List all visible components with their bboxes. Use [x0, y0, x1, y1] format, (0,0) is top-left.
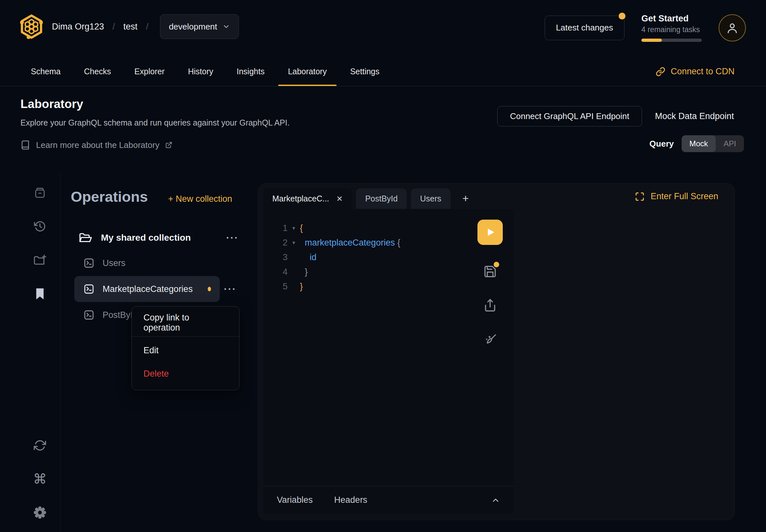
unsaved-changes-dot	[494, 262, 499, 267]
get-started-title: Get Started	[641, 14, 702, 23]
code-line[interactable]: 4 }	[263, 265, 514, 279]
connect-to-cdn-link[interactable]: Connect to CDN	[656, 57, 735, 86]
fold-arrow-icon[interactable]: ▾	[287, 225, 300, 232]
editor-toolbar	[478, 220, 503, 346]
new-tab-button[interactable]: +	[463, 192, 469, 205]
laboratory-page: Dima Org123 / test / development Latest …	[0, 0, 766, 532]
editor-tab-marketplacec[interactable]: MarketplaceC...✕	[263, 188, 352, 209]
laboratory-heading: Laboratory Explore your GraphQL schema a…	[20, 97, 289, 127]
operation-menu-ellipsis[interactable]	[224, 276, 235, 302]
query-mode-mock[interactable]: Mock	[682, 135, 716, 152]
latest-changes-button[interactable]: Latest changes	[545, 16, 625, 40]
primary-tabs: SchemaChecksExplorerHistoryInsightsLabor…	[31, 57, 379, 86]
get-started-progressbar	[641, 39, 702, 42]
operation-editor: MarketplaceC...✕PostByIdUsers+ 1▾{2▾ mar…	[263, 188, 514, 514]
context-menu-item-delete[interactable]: Delete	[132, 365, 239, 382]
code-line[interactable]: 5}	[263, 279, 514, 294]
new-collection-folder-icon[interactable]	[33, 254, 46, 267]
tab-laboratory[interactable]: Laboratory	[288, 57, 327, 86]
external-link-icon	[165, 141, 172, 149]
user-avatar[interactable]	[719, 14, 746, 42]
tab-schema[interactable]: Schema	[31, 57, 61, 86]
code-line[interactable]: 3 id	[263, 250, 514, 265]
query-mode-row: Query MockAPI	[650, 135, 744, 152]
mock-data-endpoint-label[interactable]: Mock Data Endpoint	[655, 111, 734, 121]
collapse-panel-chevron-icon[interactable]	[491, 496, 500, 505]
code-editor[interactable]: 1▾{2▾ marketplaceCategories {3 id4 }5}	[263, 209, 514, 486]
save-operation-button[interactable]	[483, 264, 497, 279]
folder-open-icon	[78, 231, 92, 244]
line-number: 4	[263, 267, 287, 277]
command-icon[interactable]: ⌘	[33, 473, 46, 486]
get-started-widget[interactable]: Get Started 4 remaining tasks	[641, 14, 702, 42]
operation-label: Users	[103, 258, 126, 268]
variables-tab[interactable]: Variables	[277, 495, 313, 505]
tab-insights[interactable]: Insights	[237, 57, 264, 86]
operation-context-menu: Copy link to operationEditDelete	[131, 306, 239, 390]
app-header: Dima Org123 / test / development Latest …	[0, 0, 766, 57]
target-selector-value: development	[169, 22, 217, 32]
editor-tab-users[interactable]: Users	[411, 188, 450, 209]
notification-dot	[619, 13, 626, 19]
collection-box-icon[interactable]	[33, 186, 46, 199]
format-query-button[interactable]	[483, 332, 497, 346]
breadcrumb-separator: /	[113, 22, 115, 32]
code-text: id	[300, 252, 316, 262]
editor-tab-postbyid[interactable]: PostById	[356, 188, 407, 209]
operation-item-marketplacecategories[interactable]: MarketplaceCategories	[74, 276, 220, 302]
person-icon	[726, 21, 739, 34]
learn-more-link[interactable]: Learn more about the Laboratory	[20, 139, 172, 151]
book-icon	[20, 139, 30, 151]
code-text: marketplaceCategories {	[300, 238, 400, 248]
context-menu-item-copy-link-to-operation[interactable]: Copy link to operation	[132, 314, 239, 331]
tab-explorer[interactable]: Explorer	[134, 57, 164, 86]
new-collection-button[interactable]: + New collection	[168, 194, 232, 204]
close-tab-icon[interactable]: ✕	[336, 194, 343, 203]
operation-label: MarketplaceCategories	[103, 284, 193, 294]
latest-changes-label: Latest changes	[556, 23, 613, 33]
link-icon	[656, 67, 665, 77]
history-icon[interactable]	[33, 220, 46, 233]
tab-settings[interactable]: Settings	[350, 57, 379, 86]
learn-more-label: Learn more about the Laboratory	[36, 140, 159, 150]
breadcrumb-org[interactable]: Dima Org123	[52, 22, 104, 32]
query-mode-toggle: MockAPI	[682, 135, 744, 152]
line-number: 2	[263, 238, 287, 248]
tab-history[interactable]: History	[188, 57, 213, 86]
editor-tab-label: Users	[420, 194, 441, 203]
page-description: Explore your GraphQL schema and run quer…	[20, 118, 289, 127]
fold-arrow-icon[interactable]: ▾	[287, 239, 300, 246]
connect-graphql-endpoint-button[interactable]: Connect GraphQL API Endpoint	[497, 106, 642, 127]
play-icon	[485, 227, 496, 238]
run-query-button[interactable]	[478, 220, 503, 245]
code-line[interactable]: 1▾{	[263, 221, 514, 236]
get-started-subtitle: 4 remaining tasks	[641, 25, 702, 34]
bookmark-icon[interactable]	[33, 287, 46, 300]
collection-name: My shared collection	[101, 233, 218, 243]
headers-tab[interactable]: Headers	[334, 495, 367, 505]
gear-icon[interactable]	[33, 506, 46, 519]
fullscreen-icon	[635, 192, 645, 201]
share-operation-button[interactable]	[483, 298, 497, 312]
collection-menu-ellipsis[interactable]	[226, 236, 237, 239]
target-selector[interactable]: development	[160, 14, 239, 39]
modified-dot	[208, 287, 211, 291]
operation-icon	[83, 283, 95, 295]
line-number: 1	[263, 223, 287, 233]
editor-tab-label: MarketplaceC...	[272, 194, 329, 203]
hive-logo-icon[interactable]	[20, 14, 43, 39]
query-mode-api[interactable]: API	[716, 135, 744, 152]
connect-to-cdn-label: Connect to CDN	[671, 67, 735, 77]
breadcrumb-project[interactable]: test	[123, 22, 138, 32]
code-text: {	[300, 223, 303, 233]
enter-fullscreen-button[interactable]: Enter Full Screen	[635, 191, 718, 201]
code-line[interactable]: 2▾ marketplaceCategories {	[263, 236, 514, 250]
operation-item-users[interactable]: Users	[74, 250, 237, 276]
context-menu-divider	[132, 336, 239, 337]
tab-checks[interactable]: Checks	[84, 57, 111, 86]
code-text: }	[300, 282, 303, 292]
refresh-icon[interactable]	[33, 439, 46, 452]
context-menu-item-edit[interactable]: Edit	[132, 342, 239, 359]
collection-header[interactable]: My shared collection	[78, 227, 237, 248]
connect-graphql-endpoint-label: Connect GraphQL API Endpoint	[510, 111, 629, 121]
